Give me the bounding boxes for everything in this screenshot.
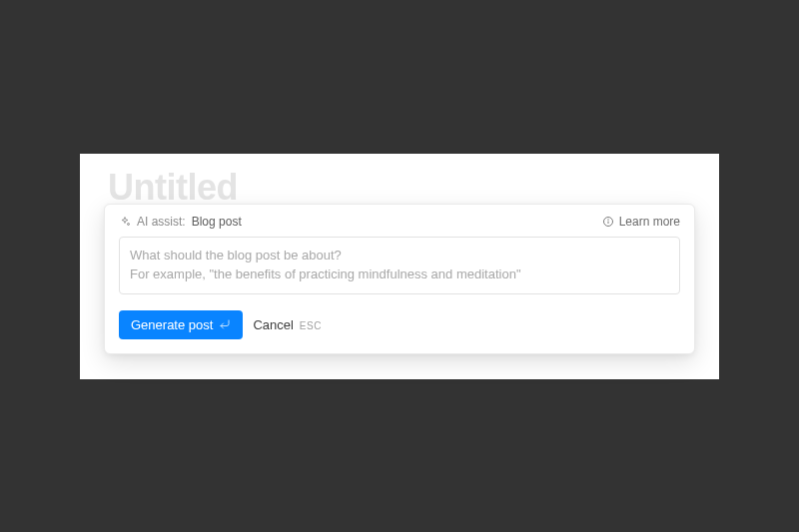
enter-key-icon <box>219 318 231 330</box>
ai-assist-label: AI assist: <box>137 215 186 229</box>
learn-more-label: Learn more <box>619 215 680 229</box>
modal-header-left: AI assist: Blog post <box>119 215 242 229</box>
cancel-label: Cancel <box>253 317 293 332</box>
esc-hint: ESC <box>300 320 322 331</box>
cancel-button[interactable]: Cancel ESC <box>253 317 322 332</box>
editor-page: Untitled AI assist: Blog post <box>80 154 719 379</box>
modal-footer: Generate post Cancel ESC <box>119 310 680 339</box>
info-icon <box>602 216 614 228</box>
page-title: Untitled <box>108 170 691 206</box>
generate-button[interactable]: Generate post <box>119 310 243 339</box>
svg-point-2 <box>607 219 608 220</box>
ai-assist-modal: AI assist: Blog post Learn more Generate… <box>104 204 695 354</box>
ai-context-label: Blog post <box>192 215 242 229</box>
learn-more-link[interactable]: Learn more <box>602 215 680 229</box>
prompt-input[interactable] <box>119 237 680 294</box>
generate-button-label: Generate post <box>131 317 213 332</box>
sparkle-icon <box>119 216 131 228</box>
modal-header: AI assist: Blog post Learn more <box>119 215 680 229</box>
